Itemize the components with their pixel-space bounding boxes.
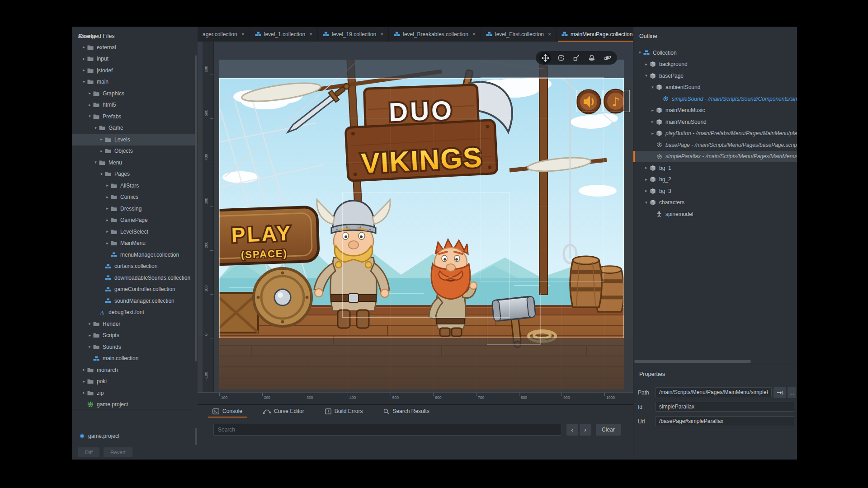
console-tab-search-results[interactable]: Search Results	[379, 405, 434, 418]
outline-item-mainmenusound[interactable]: ▸mainMenuSound	[633, 116, 797, 128]
asset-item-allstars[interactable]: ▸AllStars	[72, 180, 197, 192]
asset-item-sounds[interactable]: ▸Sounds	[72, 341, 197, 353]
tab-mainmenupage-collection[interactable]: mainMenuPage.collection×	[557, 27, 633, 42]
diff-button[interactable]: Diff	[78, 447, 99, 457]
tree-expand-icon[interactable]: ▸	[104, 206, 110, 211]
tree-expand-icon[interactable]: ▸	[104, 183, 110, 188]
outline-item-simplesound[interactable]: simpleSound - /main/Scripts/Sound/Compon…	[633, 93, 797, 105]
asset-item-zip[interactable]: ▸zip	[72, 387, 197, 399]
tree-expand-icon[interactable]: ▸	[81, 45, 87, 49]
tree-expand-icon[interactable]: ▸	[81, 391, 87, 395]
outline-item-bg-2[interactable]: ▸bg_2	[633, 174, 797, 186]
tree-expand-icon[interactable]: ▸	[81, 368, 87, 372]
tab-level-first-collection[interactable]: level_First.collection×	[481, 27, 557, 42]
tree-expand-icon[interactable]: ▸	[99, 137, 104, 141]
scale-tool-button[interactable]	[571, 52, 582, 64]
asset-item-external[interactable]: ▸external	[72, 42, 197, 53]
search-prev-button[interactable]: ‹	[566, 424, 578, 436]
asset-item-html5[interactable]: ▸html5	[72, 99, 197, 111]
outline-item-basepage[interactable]: basePage - /main/Scripts/Menu/Pages/base…	[633, 139, 797, 151]
asset-item-monarch[interactable]: ▸monarch	[72, 364, 197, 376]
asset-item-gamepage[interactable]: ▸GamePage	[72, 215, 197, 226]
tab-level-1-collection[interactable]: level_1.collection×	[250, 27, 318, 42]
tree-expand-icon[interactable]: ▸	[87, 322, 93, 326]
console-clear-button[interactable]: Clear	[596, 424, 621, 436]
outline-item-mainmenumusic[interactable]: ▸mainMenuMusic	[633, 105, 797, 117]
tree-expand-icon[interactable]: ▸	[81, 380, 87, 384]
outline-item-basepage[interactable]: ▾basePage	[633, 70, 797, 82]
asset-item-input[interactable]: ▸input	[72, 53, 197, 65]
tree-expand-icon[interactable]: ▾	[99, 172, 104, 176]
asset-item-gamecontroller-collection[interactable]: gameController.collection	[72, 284, 197, 296]
url-field[interactable]	[655, 416, 794, 426]
asset-item-levelselect[interactable]: ▸LevelSelect	[72, 226, 197, 238]
tree-expand-icon[interactable]: ▸	[650, 131, 656, 136]
asset-item-downloadablesounds-collection[interactable]: downloadableSounds.collection	[72, 272, 197, 284]
tab-level-19-collection[interactable]: level_19.collection×	[318, 27, 389, 42]
changed-file-game-project[interactable]: ✱game.project	[72, 430, 197, 442]
path-field[interactable]	[655, 387, 772, 397]
asset-item-graphics[interactable]: ▸Graphics	[72, 88, 197, 99]
close-tab-icon[interactable]: ×	[309, 32, 312, 37]
outline-item-spinemodel[interactable]: spinemodel	[633, 208, 797, 220]
more-options-button[interactable]: …	[788, 387, 796, 398]
id-field[interactable]	[655, 402, 794, 412]
tree-expand-icon[interactable]: ▸	[81, 68, 87, 72]
outline-item-ambientsound[interactable]: ▾ambientSound	[633, 82, 797, 94]
outline-item-background[interactable]: ▸background	[633, 59, 797, 70]
console-tab-curve-editor[interactable]: Curve Editor	[259, 405, 309, 418]
revert-button[interactable]: Revert	[104, 447, 132, 457]
asset-item-objects[interactable]: ▸Objects	[72, 145, 197, 157]
tree-expand-icon[interactable]: ▾	[93, 160, 99, 164]
jump-to-asset-button[interactable]	[774, 387, 786, 398]
tree-expand-icon[interactable]: ▸	[81, 57, 87, 61]
tree-expand-icon[interactable]: ▸	[87, 333, 93, 338]
asset-item-soundmanager-collection[interactable]: soundManager.collection	[72, 295, 197, 307]
tree-expand-icon[interactable]: ▸	[650, 108, 656, 113]
asset-item-mainmenu[interactable]: ▸MainMenu	[72, 238, 197, 249]
asset-item-poki[interactable]: ▸poki	[72, 376, 197, 388]
asset-item-main[interactable]: ▾main	[72, 76, 197, 88]
close-tab-icon[interactable]: ×	[241, 32, 245, 37]
tree-expand-icon[interactable]: ▾	[81, 80, 87, 84]
console-tab-console[interactable]: Console	[208, 405, 247, 418]
tree-expand-icon[interactable]: ▸	[99, 149, 104, 153]
asset-item-jstodef[interactable]: ▸jstodef	[72, 65, 197, 76]
asset-item-main-collection[interactable]: main.collection	[72, 353, 197, 365]
close-tab-icon[interactable]: ×	[472, 32, 476, 37]
tree-expand-icon[interactable]: ▸	[104, 195, 110, 199]
outline-item-collection[interactable]: ▾Collection	[633, 47, 797, 59]
tree-expand-icon[interactable]: ▸	[104, 230, 110, 234]
tree-expand-icon[interactable]: ▾	[637, 51, 643, 55]
asset-item-comics[interactable]: ▸Comics	[72, 192, 197, 203]
search-next-button[interactable]: ›	[580, 424, 591, 436]
tree-expand-icon[interactable]: ▾	[643, 74, 649, 78]
outline-item-simpleparallax[interactable]: simpleParallax - /main/Scripts/Menu/Page…	[633, 151, 797, 163]
tree-expand-icon[interactable]: ▸	[643, 166, 649, 170]
tree-expand-icon[interactable]: ▸	[87, 345, 93, 349]
asset-item-pages[interactable]: ▾Pages	[72, 169, 197, 180]
console-tab-build-errors[interactable]: Build Errors	[321, 405, 368, 418]
asset-item-debugtext-font[interactable]: AdebugText.font	[72, 307, 197, 319]
outline-item-playbutton[interactable]: ▸playButton - /main/Prefabs/Menu/Pages/M…	[633, 128, 797, 140]
tree-expand-icon[interactable]: ▸	[87, 103, 93, 107]
orbit-tool-button[interactable]	[602, 52, 613, 64]
tree-expand-icon[interactable]: ▾	[643, 201, 649, 205]
outline-item-characters[interactable]: ▾characters	[633, 197, 797, 209]
asset-item-dressing[interactable]: ▸Dressing	[72, 203, 197, 215]
asset-item-game[interactable]: ▾Game	[72, 122, 197, 134]
asset-item-levels[interactable]: ▸Levels	[72, 134, 197, 145]
console-search-input[interactable]	[213, 424, 562, 436]
close-tab-icon[interactable]: ×	[380, 32, 383, 37]
rotate-tool-button[interactable]	[555, 52, 567, 64]
tree-expand-icon[interactable]: ▸	[643, 62, 649, 66]
tab-level-breakables-collection[interactable]: level_Breakables.collection×	[389, 27, 481, 42]
asset-item-menumanager-collection[interactable]: menuManager.collection	[72, 249, 197, 261]
asset-item-menu[interactable]: ▾Menu	[72, 157, 197, 169]
tree-expand-icon[interactable]: ▾	[87, 114, 93, 118]
outline-item-bg-1[interactable]: ▸bg_1	[633, 162, 797, 174]
asset-item-curtains-collection[interactable]: curtains.collection	[72, 261, 197, 272]
tree-expand-icon[interactable]: ▸	[104, 218, 110, 222]
tree-expand-icon[interactable]: ▸	[87, 91, 93, 95]
scene-canvas[interactable]: DUO VIKINGS ♪	[198, 42, 633, 392]
